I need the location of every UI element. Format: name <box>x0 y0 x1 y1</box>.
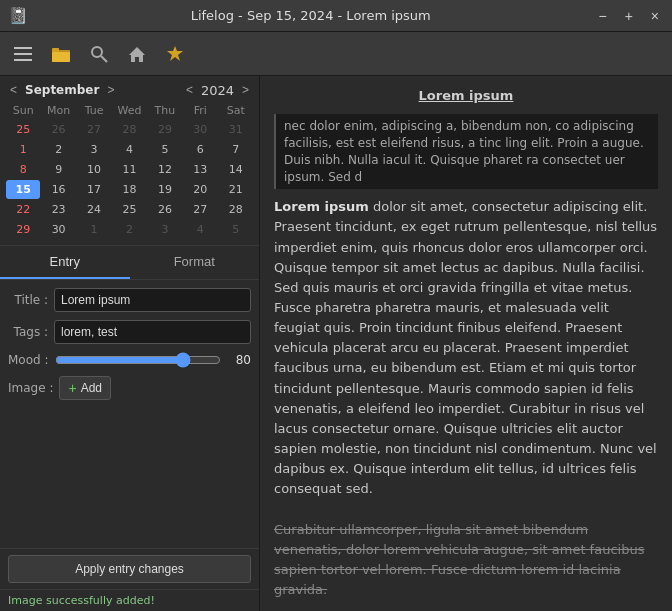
open-button[interactable] <box>44 37 78 71</box>
maximize-button[interactable]: + <box>620 6 638 26</box>
cal-day[interactable]: 2 <box>41 140 75 159</box>
entry-tabs: Entry Format <box>0 246 259 280</box>
cal-day[interactable]: 13 <box>183 160 217 179</box>
cal-day[interactable]: 1 <box>77 220 111 239</box>
cal-day[interactable]: 2 <box>112 220 146 239</box>
month-label: September <box>25 83 99 97</box>
tab-format[interactable]: Format <box>130 246 260 279</box>
cal-header-mon: Mon <box>41 102 75 119</box>
title-input[interactable] <box>54 288 251 312</box>
cal-day[interactable]: 27 <box>183 200 217 219</box>
close-button[interactable]: × <box>646 6 664 26</box>
cal-day[interactable]: 18 <box>112 180 146 199</box>
cal-day[interactable]: 8 <box>6 160 40 179</box>
entry-form: Title : Tags : Mood : 80 Image : + Add <box>0 280 259 548</box>
cal-day[interactable]: 30 <box>183 120 217 139</box>
month-prev-button[interactable]: < <box>6 82 21 98</box>
cal-header-fri: Fri <box>183 102 217 119</box>
cal-day[interactable]: 9 <box>41 160 75 179</box>
title-bar-left: 📓 <box>8 6 28 25</box>
cal-day[interactable]: 5 <box>219 220 253 239</box>
mood-value: 80 <box>227 353 251 367</box>
cal-day[interactable]: 29 <box>6 220 40 239</box>
tags-input[interactable] <box>54 320 251 344</box>
cal-day[interactable]: 28 <box>219 200 253 219</box>
left-panel: < September > < 2024 > Sun Mon Tue Wed T… <box>0 76 260 611</box>
svg-line-7 <box>101 56 107 62</box>
cal-day[interactable]: 20 <box>183 180 217 199</box>
body-intro-text: dolor sit amet, consectetur adipiscing e… <box>274 199 657 496</box>
cal-header-tue: Tue <box>77 102 111 119</box>
cal-day[interactable]: 3 <box>77 140 111 159</box>
cal-day[interactable]: 7 <box>219 140 253 159</box>
home-button[interactable] <box>120 37 154 71</box>
cal-day[interactable]: 27 <box>77 120 111 139</box>
tags-label: Tags : <box>8 325 48 339</box>
strikethrough-text: Curabitur ullamcorper, ligula sit amet b… <box>274 522 644 597</box>
mood-slider[interactable] <box>55 352 221 368</box>
cal-day[interactable]: 3 <box>148 220 182 239</box>
body-bold-intro: Lorem ipsum <box>274 199 369 214</box>
tags-row: Tags : <box>8 320 251 344</box>
home-icon <box>128 45 146 63</box>
content-title: Lorem ipsum <box>274 86 658 106</box>
cal-day[interactable]: 25 <box>6 120 40 139</box>
cal-day[interactable]: 10 <box>77 160 111 179</box>
cal-day[interactable]: 28 <box>112 120 146 139</box>
year-prev-button[interactable]: < <box>182 82 197 98</box>
quote-text: nec dolor enim, adipiscing a, bibendum n… <box>284 119 644 183</box>
mood-label: Mood : <box>8 353 49 367</box>
add-label: Add <box>81 381 102 395</box>
cal-day[interactable]: 6 <box>183 140 217 159</box>
tab-entry[interactable]: Entry <box>0 246 130 279</box>
cal-day[interactable]: 21 <box>219 180 253 199</box>
apply-button[interactable]: Apply entry changes <box>8 555 251 583</box>
cal-day[interactable]: 4 <box>183 220 217 239</box>
cal-day[interactable]: 23 <box>41 200 75 219</box>
cal-day[interactable]: 1 <box>6 140 40 159</box>
cal-day[interactable]: 26 <box>148 200 182 219</box>
folder-icon <box>51 45 71 63</box>
cal-day[interactable]: 30 <box>41 220 75 239</box>
cal-day[interactable]: 22 <box>6 200 40 219</box>
svg-rect-0 <box>14 47 32 49</box>
status-bar: Image successfully added! <box>0 589 259 611</box>
svg-rect-1 <box>14 53 32 55</box>
year-nav: < 2024 > <box>182 82 253 98</box>
cal-day[interactable]: 12 <box>148 160 182 179</box>
cal-day[interactable]: 19 <box>148 180 182 199</box>
search-button[interactable] <box>82 37 116 71</box>
menu-button[interactable] <box>6 37 40 71</box>
body-paragraph-strikethrough: Curabitur ullamcorper, ligula sit amet b… <box>274 520 658 601</box>
favorites-button[interactable] <box>158 37 192 71</box>
calendar-grid: Sun Mon Tue Wed Thu Fri Sat 25 26 27 28 … <box>6 102 253 239</box>
cal-day[interactable]: 24 <box>77 200 111 219</box>
cal-day[interactable]: 4 <box>112 140 146 159</box>
cal-day[interactable]: 14 <box>219 160 253 179</box>
svg-rect-4 <box>52 52 70 62</box>
content-body: Lorem ipsum dolor sit amet, consectetur … <box>274 197 658 611</box>
toolbar <box>0 32 672 76</box>
add-image-button[interactable]: + Add <box>59 376 111 400</box>
svg-marker-9 <box>167 46 183 61</box>
title-label: Title : <box>8 293 48 307</box>
content-area[interactable]: Lorem ipsum nec dolor enim, adipiscing a… <box>260 76 672 611</box>
minimize-button[interactable]: − <box>593 6 611 26</box>
mood-row: Mood : 80 <box>8 352 251 368</box>
main-layout: < September > < 2024 > Sun Mon Tue Wed T… <box>0 76 672 611</box>
cal-day[interactable]: 31 <box>219 120 253 139</box>
month-next-button[interactable]: > <box>103 82 118 98</box>
cal-day[interactable]: 26 <box>41 120 75 139</box>
search-icon <box>90 45 108 63</box>
cal-day[interactable]: 25 <box>112 200 146 219</box>
cal-day[interactable]: 29 <box>148 120 182 139</box>
cal-day[interactable]: 16 <box>41 180 75 199</box>
cal-day-selected[interactable]: 15 <box>6 180 40 199</box>
image-row: Image : + Add <box>8 376 251 400</box>
cal-day[interactable]: 5 <box>148 140 182 159</box>
cal-day[interactable]: 17 <box>77 180 111 199</box>
cal-day[interactable]: 11 <box>112 160 146 179</box>
svg-rect-2 <box>14 59 32 61</box>
apply-btn-area: Apply entry changes <box>0 548 259 589</box>
year-next-button[interactable]: > <box>238 82 253 98</box>
